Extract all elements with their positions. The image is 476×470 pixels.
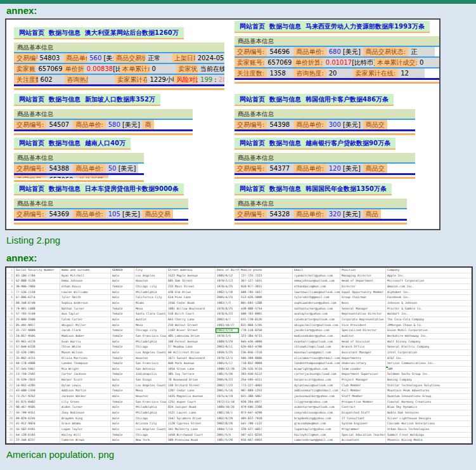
field-label: 风险对比: — [174, 75, 198, 84]
table-cell: male — [111, 317, 134, 323]
field-label: 单价折算: — [293, 58, 323, 67]
table-cell: Alphabet Inc. — [386, 290, 472, 296]
table-cell: Club Member — [340, 383, 386, 389]
table-cell: Philadelphia — [134, 405, 167, 410]
product-info-header: 商品基本信息 — [235, 109, 415, 119]
table-cell: 60-178-4988 — [15, 361, 60, 367]
field-value: 320 [美元] — [326, 209, 363, 219]
table-cell: female — [111, 388, 134, 394]
table-cell: female — [111, 311, 134, 317]
row-number: 12 — [6, 328, 15, 334]
product-info-rows: 交易编号:54803商品单价:560 [美元]商品交易状态:正常上架日期:202… — [14, 52, 224, 86]
table-row: 2473-257-9262Jackson WalkermaleHouston14… — [6, 394, 472, 400]
table-cell: Ethan Davis — [60, 284, 111, 290]
table-cell: Lauren Williams — [60, 290, 111, 296]
table-cell: Intel Corporation — [386, 350, 472, 356]
table-cell: laurenwilliams@outlook.com — [293, 290, 340, 296]
column-header: Social Security Number — [15, 268, 60, 273]
table-cell: Verizon Communications Inc. — [386, 361, 472, 367]
population-table-panel: 1Social Security NumberName and surnameG… — [5, 266, 473, 445]
table-cell: calebcarter@outlook.com — [293, 317, 340, 323]
field-label: 卖家状态: — [176, 64, 198, 74]
table-cell: jacobclark@yahoo.com — [293, 328, 340, 334]
table-cell: chloewhite@icloud.com — [293, 344, 340, 350]
field-value: 0.00838[比特币] — [84, 64, 120, 74]
field-value: 当前在线 — [198, 64, 224, 74]
field-label: 本单累计成交: — [120, 64, 150, 74]
table-cell: aidenturner@outlook.com — [293, 405, 340, 410]
table-cell: Houston — [134, 356, 167, 362]
table-row: 3222-340-8237Cameron BrownmaleNew York58… — [6, 438, 472, 443]
table-cell: 2005/6/23 — [215, 377, 240, 383]
field-label: 卖家账号: — [14, 175, 46, 178]
table-cell: 1547 Sycamore Drive — [167, 416, 215, 422]
table-row: 1735-802-4315Olivia MartinezfemaleHousto… — [6, 356, 472, 362]
table-row: 2809-829-6245Brayden KingmaleChicago1547… — [6, 416, 472, 422]
product-card: 网站首页数据与信息澳大利亚某网站后台数据1260万商品基本信息交易编号:5480… — [14, 27, 224, 90]
table-cell: 1989/10/26 — [215, 405, 240, 410]
field-value: 2024-05-16 — [195, 53, 224, 63]
table-cell: 76-539-7833 — [15, 377, 60, 383]
table-cell: tylersmith@gmail.com — [293, 295, 340, 301]
table-cell: Hailey Hill — [60, 433, 111, 438]
data-info-link: 数据与信息 — [269, 23, 301, 30]
table-cell: 31-737-9089 — [15, 328, 60, 334]
row-number: 14 — [6, 339, 15, 345]
table-cell: Miami — [134, 301, 167, 306]
table-cell: Silver Lighthouse Designs — [386, 416, 472, 422]
table-row: 1632-520-1991Mason WilsonmaleLos Angeles… — [6, 350, 472, 356]
table-cell: 405-822-7918 — [240, 416, 293, 422]
row-number: 15 — [6, 344, 15, 350]
table-cell: Phoenix Rising Media — [386, 438, 472, 443]
table-cell: 41-912-9924 — [15, 421, 60, 427]
table-cell: San Diego — [134, 377, 167, 383]
table-cell: Amazon.com Inc. — [386, 284, 472, 290]
table-cell: Chicago — [134, 433, 167, 438]
table-cell: 1994/7/14 — [215, 427, 240, 433]
table-cell: Walmart Inc. — [386, 311, 472, 317]
table-cell: 323-384-9733 — [240, 334, 293, 339]
table-row: 2941-912-9924Grace AdamsmaleArizona City… — [6, 421, 472, 427]
table-cell: 254-595-4311 — [240, 377, 293, 383]
table-cell: 589 Pineview Road — [167, 438, 215, 443]
table-cell: Santa Clara County — [134, 311, 167, 317]
table-cell: 01-875-0482 — [15, 400, 60, 405]
table-cell: 236-856-7210 — [240, 350, 293, 356]
table-cell: 939-284-6977 — [240, 400, 293, 405]
field-label: 商品交易 — [143, 209, 173, 219]
table-cell: 55-582-6591 — [15, 427, 60, 433]
table-row: 3164-128-6103Hailey HillfemaleChicago145… — [6, 433, 472, 438]
table-row: 957-703-5149Ava TaylorfemaleSanta Clara … — [6, 311, 472, 317]
column-header: Name and surname — [60, 268, 111, 273]
field-value: 680 [美元] — [326, 47, 363, 56]
table-cell: abigailmiller@outlook.com — [293, 323, 340, 329]
table-cell: female — [111, 400, 134, 405]
table-cell: cameronbrown@gmail.com — [293, 438, 340, 443]
product-info-row: 交易编号:54507商品单价:580 [美元]商 — [14, 120, 193, 129]
table-cell: 57-840-6328 — [15, 344, 60, 350]
field-label: 商品交 — [363, 164, 387, 173]
table-cell: 1975/4/19 — [215, 394, 240, 400]
field-label: 商品交易状态: — [113, 53, 145, 63]
table-cell: 64-128-6103 — [15, 433, 60, 438]
table-row: 2176-539-7833Harper ScottmaleSan Diego78… — [6, 377, 472, 383]
product-info-rows: 交易编号:54398商品单价:300 [美元]商品交 — [235, 119, 415, 131]
table-cell: Lily Green — [60, 400, 111, 405]
table-cell: female — [111, 328, 134, 334]
column-header: Email — [293, 268, 340, 273]
table-cell: Team Leader — [340, 367, 386, 372]
field-label: 交易编号: — [235, 164, 267, 173]
table-cell: 641-700-1122 — [240, 421, 293, 427]
table-cell: 2002/8/20 — [215, 421, 240, 427]
field-label: 关注度数: — [235, 69, 267, 78]
row-number: 18 — [6, 361, 15, 367]
product-card: 网站首页数据与信息越南人口40万商品基本信息交易编号:54388商品单价:50 … — [14, 138, 144, 182]
table-cell: male — [111, 323, 134, 329]
table-cell: sophiaanderson@yahoo.com — [293, 301, 340, 306]
table-cell: Sophia Anderson — [60, 301, 111, 306]
field-label: 关注度数: — [14, 75, 38, 84]
card-title-bar: 网站首页数据与信息越南银行客户贷款数据90万条 — [235, 138, 396, 150]
table-cell: Cameron Brown — [60, 438, 111, 443]
table-cell: 367-127-1651 — [240, 278, 293, 284]
data-info-link: 数据与信息 — [269, 185, 301, 192]
